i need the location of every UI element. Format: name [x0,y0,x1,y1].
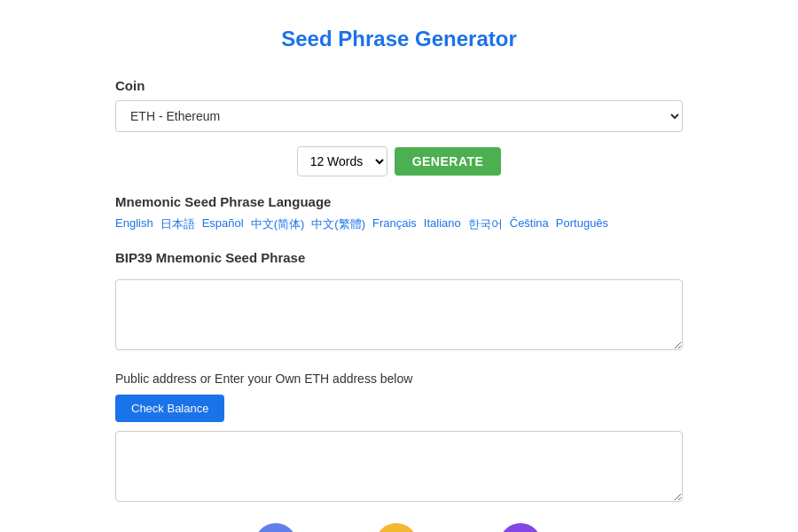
coin-section: Coin ETH - Ethereum BNB - Binance Smart … [115,78,683,132]
lang-czech[interactable]: Čeština [510,216,549,232]
page-container: Seed Phrase Generator Coin ETH - Ethereu… [89,0,709,532]
matic-icon [499,523,542,532]
public-address-section: Public address or Enter your Own ETH add… [115,372,683,505]
word-count-row: 12 Words 15 Words 18 Words 21 Words 24 W… [115,146,683,176]
coin-select[interactable]: ETH - Ethereum BNB - Binance Smart Chain… [115,100,683,132]
word-count-select[interactable]: 12 Words 15 Words 18 Words 21 Words 24 W… [297,146,387,176]
balance-row: ETH Balance 0 BNB Balance 0 [115,523,683,532]
mnemonic-language-label: Mnemonic Seed Phrase Language [115,194,683,209]
check-balance-button[interactable]: Check Balance [115,395,224,422]
lang-english[interactable]: English [115,216,153,232]
coin-label: Coin [115,78,683,93]
eth-icon [254,523,297,532]
lang-portuguese[interactable]: Português [556,216,608,232]
lang-chinese-simplified[interactable]: 中文(简体) [251,216,305,232]
language-links: English 日本語 Español 中文(简体) 中文(繁體) França… [115,216,683,232]
lang-french[interactable]: Français [372,216,417,232]
lang-chinese-traditional[interactable]: 中文(繁體) [311,216,365,232]
bnb-balance-item: BNB Balance 0 [363,523,431,532]
address-textarea[interactable] [115,431,683,502]
seed-phrase-section: BIP39 Mnemonic Seed Phrase [115,250,683,354]
bnb-icon [375,523,418,532]
page-title: Seed Phrase Generator [115,27,683,51]
seed-phrase-textarea[interactable] [115,279,683,350]
seed-phrase-label: BIP39 Mnemonic Seed Phrase [115,250,683,265]
eth-balance-item: ETH Balance 0 [241,523,309,532]
public-address-label: Public address or Enter your Own ETH add… [115,372,683,386]
mnemonic-language-section: Mnemonic Seed Phrase Language English 日本… [115,194,683,232]
lang-korean[interactable]: 한국어 [468,216,503,232]
lang-japanese[interactable]: 日本語 [160,216,195,232]
generate-button[interactable]: GENERATE [395,147,502,176]
matic-balance-item: Matic Balance 0 [484,523,557,532]
lang-spanish[interactable]: Español [202,216,244,232]
lang-italian[interactable]: Italiano [424,216,461,232]
